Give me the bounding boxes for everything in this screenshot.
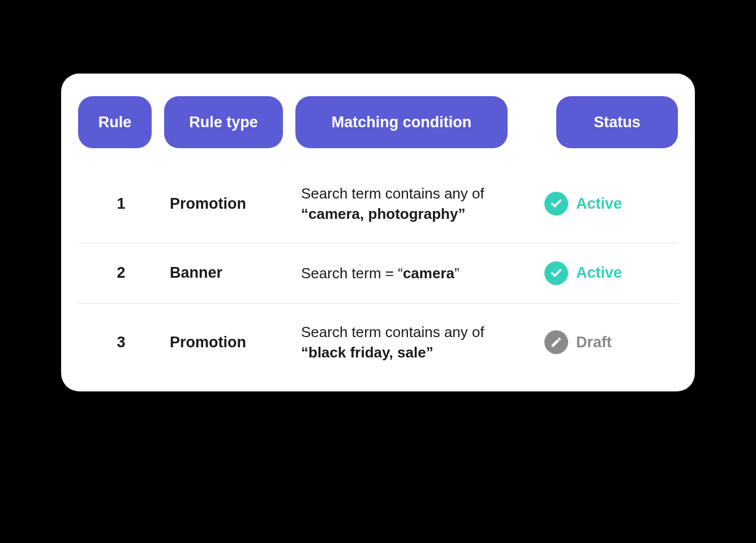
table-row[interactable]: 3 Promotion Search term contains any of … [78, 304, 678, 369]
table-row[interactable]: 2 Banner Search term = “camera” Active [78, 243, 678, 304]
check-icon [544, 261, 568, 285]
pencil-icon [544, 330, 568, 354]
table-headers: Rule Rule type Matching condition Status [78, 96, 678, 148]
table-row[interactable]: 1 Promotion Search term contains any of … [78, 165, 678, 243]
status-label: Active [576, 264, 622, 282]
header-rule: Rule [78, 96, 152, 148]
rule-id: 3 [78, 334, 164, 351]
matching-condition: Search term = “camera” [295, 263, 527, 283]
rule-type: Banner [164, 264, 295, 282]
rule-type: Promotion [164, 195, 295, 213]
status-label: Draft [576, 334, 612, 351]
status-cell: Draft [527, 330, 678, 354]
matching-condition: Search term contains any of “camera, pho… [295, 183, 527, 225]
check-icon [544, 192, 568, 216]
rule-id: 2 [78, 264, 164, 282]
rule-type: Promotion [164, 334, 295, 351]
rule-id: 1 [78, 195, 164, 213]
matching-condition: Search term contains any of “black frida… [295, 322, 527, 363]
header-status: Status [556, 96, 678, 148]
status-label: Active [576, 195, 622, 213]
header-matching-condition: Matching condition [295, 96, 508, 148]
rules-table-card: Rule Rule type Matching condition Status… [61, 74, 695, 391]
status-cell: Active [527, 261, 678, 285]
status-cell: Active [527, 192, 678, 216]
header-ruletype: Rule type [164, 96, 283, 148]
